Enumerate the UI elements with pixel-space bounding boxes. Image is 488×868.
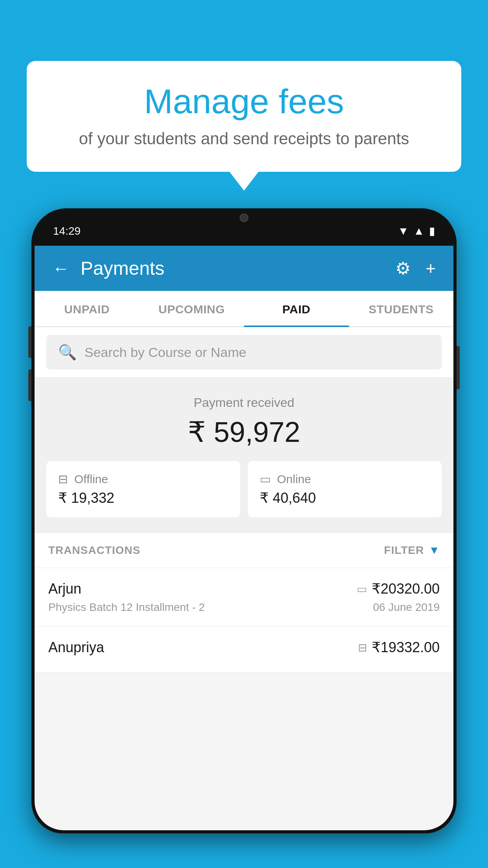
volume-up-button: [28, 326, 31, 358]
power-button: [457, 346, 460, 389]
transaction-amount-container-1: ▭ ₹20320.00: [357, 581, 440, 597]
transaction-detail-1: Physics Batch 12 Installment - 2: [48, 601, 205, 614]
app-screen: ← Payments ⚙ + UNPAID UPCOMING PAID: [35, 246, 453, 830]
app-header: ← Payments ⚙ +: [35, 246, 453, 291]
online-card-header: ▭ Online: [260, 472, 311, 486]
offline-card-header: ⊟ Offline: [58, 472, 108, 486]
camera: [240, 213, 248, 222]
online-payment-card: ▭ Online ₹ 40,640: [248, 461, 442, 517]
card-type-icon-1: ▭: [357, 583, 367, 596]
online-label: Online: [277, 473, 311, 486]
transaction-name-2: Anupriya: [48, 639, 104, 656]
speech-bubble: Manage fees of your students and send re…: [27, 61, 461, 172]
wifi-icon: ▼: [398, 225, 409, 237]
add-icon[interactable]: +: [426, 259, 436, 278]
transactions-label: TRANSACTIONS: [48, 544, 140, 557]
tab-paid[interactable]: PAID: [244, 291, 349, 326]
phone-container: 14:29 ▼ ▲ ▮ ← Payments ⚙ +: [31, 208, 457, 868]
offline-icon: ⊟: [58, 472, 68, 486]
offline-amount: ₹ 19,332: [58, 490, 114, 506]
phone-notch: [213, 208, 275, 227]
tabs-bar: UNPAID UPCOMING PAID STUDENTS: [35, 291, 453, 327]
tab-students[interactable]: STUDENTS: [349, 291, 454, 326]
transaction-amount-1: ₹20320.00: [372, 581, 440, 597]
phone-device: 14:29 ▼ ▲ ▮ ← Payments ⚙ +: [31, 208, 457, 833]
transaction-name-1: Arjun: [48, 581, 81, 597]
bubble-subtitle: of your students and send receipts to pa…: [50, 129, 438, 148]
transactions-header: TRANSACTIONS FILTER ▼: [35, 533, 453, 568]
header-left: ← Payments: [52, 257, 164, 279]
card-type-icon-2: ⊟: [358, 641, 367, 654]
online-amount: ₹ 40,640: [260, 490, 316, 506]
search-input[interactable]: Search by Course or Name: [84, 345, 246, 360]
table-row[interactable]: Anupriya ⊟ ₹19332.00: [35, 627, 453, 673]
bubble-title: Manage fees: [50, 83, 438, 121]
filter-label: FILTER: [384, 544, 424, 557]
tab-upcoming[interactable]: UPCOMING: [139, 291, 244, 326]
payment-total-amount: ₹ 59,972: [46, 416, 442, 449]
status-time: 14:29: [53, 225, 81, 237]
payment-cards: ⊟ Offline ₹ 19,332 ▭ Online ₹ 40,640: [46, 461, 442, 517]
back-button[interactable]: ←: [52, 259, 70, 278]
header-right: ⚙ +: [395, 258, 436, 278]
page-title: Payments: [81, 257, 164, 279]
offline-payment-card: ⊟ Offline ₹ 19,332: [46, 461, 240, 517]
transaction-amount-2: ₹19332.00: [372, 639, 440, 656]
transaction-row-top-2: Anupriya ⊟ ₹19332.00: [48, 639, 440, 656]
payment-received-label: Payment received: [46, 395, 442, 410]
search-container: 🔍 Search by Course or Name: [35, 327, 453, 378]
online-icon: ▭: [260, 472, 271, 486]
status-icons: ▼ ▲ ▮: [398, 224, 435, 237]
filter-icon: ▼: [429, 544, 440, 557]
table-row[interactable]: Arjun ▭ ₹20320.00 Physics Batch 12 Insta…: [35, 568, 453, 627]
filter-container[interactable]: FILTER ▼: [384, 544, 440, 557]
offline-label: Offline: [74, 473, 108, 486]
transaction-row-bottom-1: Physics Batch 12 Installment - 2 06 June…: [48, 601, 440, 614]
search-bar[interactable]: 🔍 Search by Course or Name: [46, 335, 442, 370]
battery-icon: ▮: [429, 224, 435, 237]
payment-received-section: Payment received ₹ 59,972 ⊟ Offline ₹ 19…: [35, 378, 453, 533]
search-icon: 🔍: [58, 344, 77, 361]
tab-unpaid[interactable]: UNPAID: [35, 291, 139, 326]
signal-icon: ▲: [413, 225, 424, 237]
volume-down-button: [28, 370, 31, 401]
settings-icon[interactable]: ⚙: [395, 258, 411, 278]
transaction-amount-container-2: ⊟ ₹19332.00: [358, 639, 440, 656]
status-bar: 14:29 ▼ ▲ ▮: [31, 208, 457, 246]
transaction-row-top-1: Arjun ▭ ₹20320.00: [48, 581, 440, 597]
transaction-date-1: 06 June 2019: [373, 601, 440, 614]
speech-bubble-container: Manage fees of your students and send re…: [27, 61, 461, 172]
